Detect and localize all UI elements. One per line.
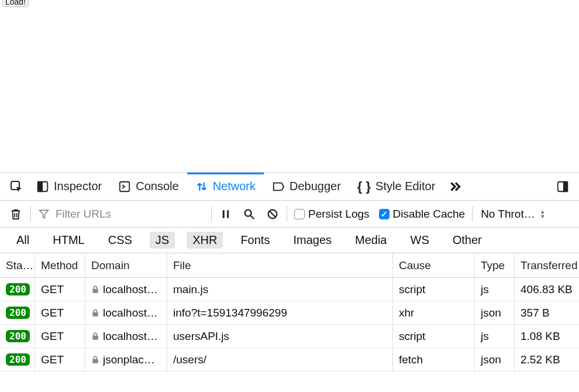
col-status[interactable]: Sta…	[0, 253, 35, 277]
checkbox-icon	[294, 209, 305, 219]
cell-file: usersAPI.js	[167, 325, 393, 348]
debugger-icon	[272, 180, 285, 193]
tab-network[interactable]: Network	[187, 173, 264, 200]
cell-type: js	[475, 278, 515, 301]
col-domain[interactable]: Domain	[85, 253, 167, 277]
element-picker-button[interactable]	[5, 173, 28, 200]
clear-button[interactable]	[4, 201, 28, 227]
tab-label: Network	[213, 180, 256, 193]
throttling-dropdown[interactable]: No Throttli… ▲▼	[475, 208, 551, 221]
tab-style-editor[interactable]: { } Style Editor	[349, 173, 444, 200]
table-row[interactable]: 200GETlocalhost:…main.jsscriptjs406.83 K…	[0, 278, 579, 301]
cell-domain: localhost:…	[85, 278, 167, 301]
filter-js[interactable]: JS	[150, 232, 175, 249]
block-icon	[266, 208, 279, 221]
filter-xhr[interactable]: XHR	[187, 232, 223, 249]
cell-domain: localhost:…	[85, 325, 167, 348]
col-transferred[interactable]: Transferred	[515, 253, 579, 277]
pause-icon	[220, 209, 231, 219]
search-button[interactable]	[237, 201, 261, 227]
filter-ws[interactable]: WS	[405, 232, 435, 249]
filter-html[interactable]: HTML	[47, 232, 90, 249]
element-picker-icon	[9, 180, 23, 194]
persist-logs-toggle[interactable]: Persist Logs	[290, 208, 374, 221]
table-row[interactable]: 200GETlocalhost:…usersAPI.jsscriptjs1.08…	[0, 325, 579, 348]
dock-icon	[556, 180, 569, 193]
cell-type: json	[475, 348, 515, 371]
cell-method: GET	[35, 301, 85, 324]
console-icon	[118, 180, 131, 193]
tab-label: Console	[136, 180, 178, 193]
throttling-label: No Throttli…	[481, 208, 536, 221]
svg-point-8	[245, 209, 251, 216]
col-method[interactable]: Method	[35, 253, 85, 277]
tab-inspector[interactable]: Inspector	[28, 173, 110, 200]
network-icon	[195, 180, 208, 193]
lock-icon	[91, 356, 99, 364]
col-file[interactable]: File	[167, 253, 393, 277]
load-button[interactable]: Load!	[2, 0, 29, 7]
lock-icon	[91, 332, 99, 341]
cell-type: json	[475, 301, 515, 324]
table-header: Sta… Method Domain File Cause Type Trans…	[0, 253, 579, 278]
devtools-toolbar: Inspector Console Network Debugger { } S…	[0, 173, 579, 201]
cell-file: main.js	[167, 278, 393, 301]
separator	[211, 206, 212, 222]
filter-images[interactable]: Images	[287, 232, 337, 249]
table-row[interactable]: 200GETlocalhost:…info?t=1591347996299xhr…	[0, 301, 579, 325]
pause-button[interactable]	[214, 201, 237, 227]
page-content: Load!	[0, 0, 579, 173]
cell-file: /users/	[167, 348, 393, 371]
filter-other[interactable]: Other	[447, 232, 488, 249]
disable-cache-label: Disable Cache	[393, 208, 466, 221]
cell-transferred: 2.52 KB	[515, 348, 579, 371]
col-cause[interactable]: Cause	[393, 253, 475, 277]
cell-status: 200	[0, 278, 35, 301]
table-row[interactable]: 200GETjsonplace…/users/fetchjson2.52 KB	[0, 348, 579, 372]
lock-icon	[91, 286, 99, 294]
requests-table: Sta… Method Domain File Cause Type Trans…	[0, 253, 579, 372]
search-icon	[243, 208, 256, 221]
separator	[472, 206, 473, 222]
cell-domain: localhost:…	[85, 301, 167, 324]
trash-icon	[9, 208, 22, 221]
block-button[interactable]	[261, 201, 284, 227]
cell-method: GET	[35, 325, 85, 348]
status-badge: 200	[6, 330, 30, 342]
filter-css[interactable]: CSS	[102, 232, 138, 249]
cell-transferred: 357 B	[515, 301, 579, 324]
filter-all[interactable]: All	[11, 232, 35, 249]
cell-cause: fetch	[393, 348, 475, 371]
cell-transferred: 406.83 KB	[515, 278, 579, 301]
svg-rect-7	[227, 210, 229, 218]
separator	[287, 206, 287, 222]
tab-label: Debugger	[290, 180, 341, 193]
cell-method: GET	[35, 348, 85, 371]
cell-status: 200	[0, 348, 35, 371]
cell-cause: script	[393, 325, 475, 348]
filter-media[interactable]: Media	[349, 232, 392, 249]
status-badge: 200	[6, 283, 30, 295]
cell-file: info?t=1591347996299	[167, 301, 393, 324]
cell-transferred: 1.08 KB	[515, 325, 579, 348]
cell-cause: xhr	[393, 301, 475, 324]
tab-label: Style Editor	[375, 180, 435, 193]
inspector-icon	[36, 180, 49, 193]
dock-side-button[interactable]	[551, 173, 574, 200]
col-type[interactable]: Type	[475, 253, 515, 277]
filter-box	[33, 207, 209, 221]
more-tabs-button[interactable]	[443, 173, 467, 200]
cell-method: GET	[35, 278, 85, 301]
cell-type: js	[475, 325, 515, 348]
disable-cache-toggle[interactable]: Disable Cache	[374, 208, 470, 221]
tab-debugger[interactable]: Debugger	[264, 173, 349, 200]
funnel-icon	[38, 208, 50, 220]
lock-icon	[91, 309, 99, 317]
filter-fonts[interactable]: Fonts	[235, 232, 275, 249]
svg-rect-6	[223, 210, 225, 218]
tab-console[interactable]: Console	[110, 173, 187, 200]
status-badge: 200	[6, 307, 30, 319]
filter-urls-input[interactable]	[54, 207, 195, 221]
tab-label: Inspector	[54, 180, 102, 193]
style-editor-icon: { }	[357, 179, 371, 194]
